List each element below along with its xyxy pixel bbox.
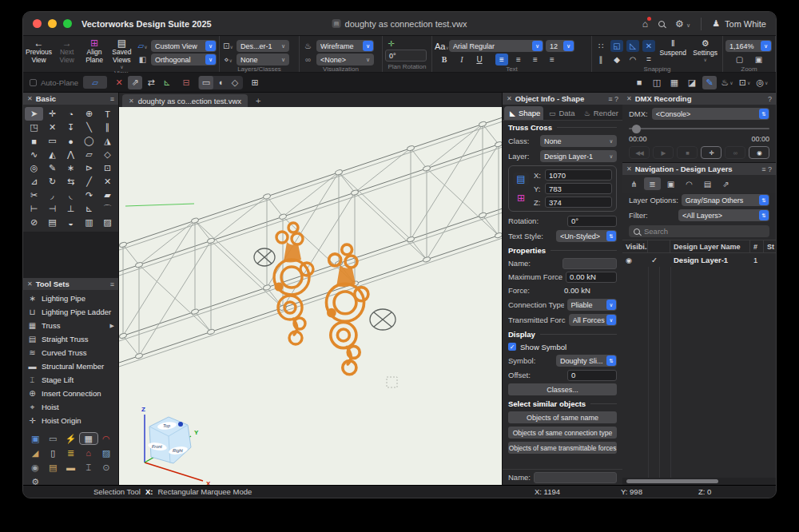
home-icon[interactable]: ⌂ bbox=[642, 18, 648, 30]
tool-set-item-lighting-pipe[interactable]: ∗Lighting Pipe bbox=[23, 292, 118, 305]
tool-set-item-truss[interactable]: ▦Truss▶ bbox=[23, 319, 118, 332]
dmx-stop-icon[interactable]: ■ bbox=[677, 146, 698, 159]
tool-zoom-icon[interactable]: ⊕ bbox=[80, 107, 98, 121]
menu-icon[interactable]: ≡ bbox=[110, 95, 114, 103]
toolset-spotlight-icon[interactable]: ⚡ bbox=[62, 433, 79, 444]
snap-snap-smart-point-icon[interactable]: ◆ bbox=[610, 54, 623, 66]
y-coordinate-field[interactable]: 783 bbox=[545, 183, 612, 194]
tool-protractor-icon[interactable]: ◒ bbox=[62, 216, 80, 229]
marquee-zoom-icon[interactable]: ▣ bbox=[753, 54, 765, 66]
tool-selection-icon[interactable]: ➤ bbox=[25, 107, 43, 121]
render-mode-dropdown[interactable]: Wireframe∨ bbox=[316, 40, 374, 52]
close-window-button[interactable] bbox=[33, 19, 42, 28]
tool-set-item-insert-connection[interactable]: ⊕Insert Connection bbox=[23, 387, 118, 400]
menu-icon[interactable]: ≡ ? bbox=[608, 95, 618, 103]
x-coordinate-field[interactable]: 1070 bbox=[545, 169, 612, 181]
class-dropdown[interactable]: None∨ bbox=[237, 54, 289, 66]
layer-name-column-header[interactable]: Design Layer Name bbox=[670, 240, 750, 252]
tool-set-item-hoist[interactable]: ⌖Hoist bbox=[23, 400, 118, 414]
show-symbol-checkbox[interactable]: ✓ bbox=[508, 343, 516, 351]
tool-spiral-icon[interactable]: ◎ bbox=[25, 161, 43, 175]
tool-set-item-structural-member[interactable]: ▬Structural Member bbox=[23, 359, 118, 373]
tool-set-item-stage-lift[interactable]: ⌶Stage Lift bbox=[23, 373, 118, 387]
unified-view-icon[interactable]: ◫ bbox=[650, 76, 664, 89]
layer-row-name[interactable]: Design Layer-1 bbox=[670, 253, 750, 267]
tool-measure-icon[interactable]: ⊢ bbox=[25, 202, 43, 216]
tool-scissors-icon[interactable]: ✂ bbox=[25, 189, 43, 202]
font-size-dropdown[interactable]: 12∨ bbox=[546, 40, 574, 52]
mode-disable-snap-mode-icon[interactable]: ✕ bbox=[112, 76, 126, 89]
close-tab-icon[interactable]: ✕ bbox=[129, 97, 134, 105]
tool-rounded-rectangle-icon[interactable]: ▭ bbox=[43, 134, 62, 148]
tool-freehand-icon[interactable]: ∿ bbox=[25, 148, 43, 161]
tool-attribute-wand-icon[interactable]: ∗ bbox=[62, 161, 80, 175]
tool-connect-combine-icon[interactable]: ↷ bbox=[80, 189, 98, 202]
tool-no-fill-icon[interactable]: ⊘ bbox=[25, 216, 43, 229]
italic-button[interactable]: I bbox=[455, 54, 468, 66]
snap-snap-angle-icon[interactable]: ◺ bbox=[626, 40, 639, 52]
toolset-video-screens-icon[interactable]: ▣ bbox=[26, 433, 44, 444]
tool-fillet-icon[interactable]: ◞ bbox=[43, 189, 62, 202]
auto-plane-checkbox[interactable] bbox=[30, 79, 37, 86]
mode-lasso-marquee-icon[interactable]: ◖ bbox=[213, 76, 228, 89]
next-view-button[interactable]: →Next View bbox=[54, 38, 79, 65]
snapping-settings-button[interactable]: ⚙Settings∨ bbox=[690, 38, 720, 62]
grid-mode-icon[interactable]: ⊞ bbox=[513, 192, 529, 204]
name-field[interactable] bbox=[562, 258, 617, 269]
objects-same-transmittable-button[interactable]: Objects of same transmittable forces bbox=[508, 442, 617, 454]
active-column-header[interactable] bbox=[648, 240, 670, 252]
tool-text-icon[interactable]: T bbox=[98, 107, 117, 121]
visibility-column-header[interactable]: Visibi... bbox=[622, 240, 648, 252]
cube-front-label[interactable]: Front bbox=[152, 444, 162, 449]
tool-set-item-lighting-pipe-ladder[interactable]: ⊔Lighting Pipe Ladder bbox=[23, 305, 118, 319]
previous-view-button[interactable]: ←Previous View bbox=[26, 38, 52, 65]
text-style-dropdown[interactable]: <Un-Styled>⇅ bbox=[556, 230, 617, 242]
offset-field[interactable]: 0 bbox=[567, 370, 617, 381]
tool-hatch-icon[interactable]: ▨ bbox=[98, 216, 117, 229]
tool-rectangle-icon[interactable]: ■ bbox=[25, 134, 43, 148]
mode-duplicate-mode-icon[interactable]: ⇄ bbox=[144, 76, 158, 89]
nav-references-view-icon[interactable]: ⇗ bbox=[718, 177, 734, 190]
viewport-style-icon[interactable]: ⊡∨ bbox=[737, 76, 752, 89]
class-dropdown[interactable]: None∨ bbox=[540, 135, 617, 147]
toolset-dimensioning-icon[interactable]: ▬ bbox=[62, 462, 79, 473]
mode-polygon-marquee-icon[interactable]: ◇ bbox=[228, 76, 242, 89]
close-icon[interactable]: ✕ bbox=[27, 95, 33, 102]
render-style-icon[interactable]: ♨∨ bbox=[720, 76, 734, 89]
custom-view-dropdown[interactable]: Custom View∨ bbox=[151, 40, 217, 52]
close-icon[interactable]: ✕ bbox=[626, 165, 632, 173]
dmx-console-dropdown[interactable]: <Console>⇅ bbox=[652, 108, 769, 120]
menu-icon[interactable]: ≡ bbox=[110, 280, 114, 288]
snap-snap-grid-icon[interactable]: ∷ bbox=[594, 40, 607, 52]
text-style-aa-icon[interactable]: Aa∨ bbox=[435, 42, 447, 51]
layer-search-input[interactable]: Search bbox=[629, 225, 769, 237]
mode-working-plane-axis-icon[interactable]: ⊾ bbox=[160, 76, 174, 89]
zoom-level-dropdown[interactable]: 1,164%∨ bbox=[725, 40, 772, 52]
classes-button[interactable]: Classes... bbox=[508, 383, 617, 395]
tool-radial-dimension-icon[interactable]: ⊾ bbox=[80, 202, 98, 216]
tool-circle-icon[interactable]: ● bbox=[62, 134, 80, 148]
nav-connections-view-icon[interactable]: ⋔ bbox=[626, 177, 642, 190]
fit-objects-icon[interactable]: ▢ bbox=[733, 54, 746, 66]
align-justify-icon[interactable]: ≡ bbox=[546, 54, 559, 66]
objects-same-connection-button[interactable]: Objects of same connection type bbox=[508, 427, 617, 439]
suspend-snapping-button[interactable]: ‖Suspend bbox=[658, 38, 688, 57]
tool-tape-measure-icon[interactable]: ▤ bbox=[43, 216, 62, 229]
tool-arc-dimension-icon[interactable]: ⌒ bbox=[98, 202, 117, 216]
tool-set-item-straight-truss[interactable]: ▤Straight Truss bbox=[23, 332, 118, 346]
objects-same-name-button[interactable]: Objects of same name bbox=[508, 411, 617, 423]
toolset-rigging-icon[interactable]: ▦ bbox=[80, 433, 97, 444]
close-icon[interactable]: ✕ bbox=[27, 280, 33, 288]
tool-polygon-icon[interactable]: ◭ bbox=[43, 148, 62, 161]
dmx-play-icon[interactable]: ▶ bbox=[653, 146, 674, 159]
stacking-column-header[interactable]: St bbox=[764, 240, 776, 252]
tool-select-similar-icon[interactable]: ⊳ bbox=[80, 161, 98, 175]
close-icon[interactable]: ✕ bbox=[626, 95, 632, 102]
tool-arc-icon[interactable]: ◮ bbox=[98, 134, 117, 148]
tool-line-icon[interactable]: ╲ bbox=[80, 121, 98, 134]
tool-polyline-icon[interactable]: ⋀ bbox=[62, 148, 80, 161]
toolset-fasteners-icon[interactable]: ⊙ bbox=[97, 462, 115, 473]
toolset-window-icon[interactable]: ▨ bbox=[97, 447, 115, 459]
gear-icon[interactable]: ⚙ ∨ bbox=[675, 18, 690, 30]
render-teapot-icon[interactable]: ♨ bbox=[302, 42, 314, 50]
